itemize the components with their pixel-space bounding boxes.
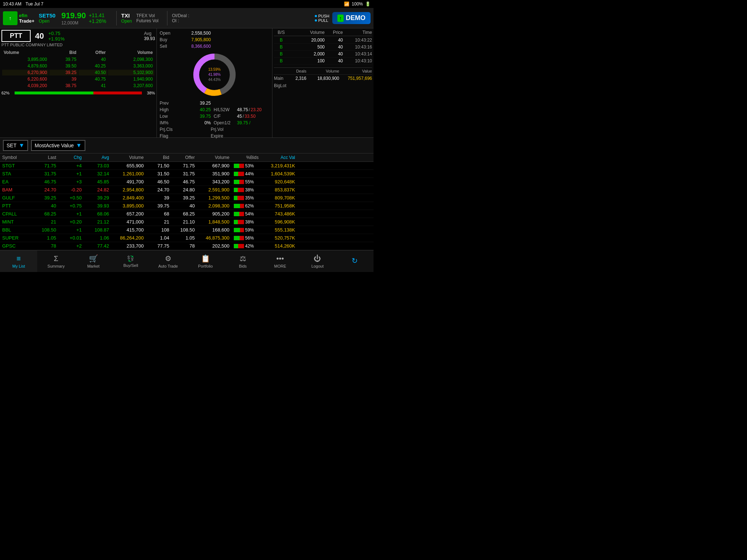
push-dot: [315, 15, 317, 17]
oi-block: OI/Deal : OI :: [172, 13, 189, 23]
donut-chart-area: 13.59% 41.98% 44.43%: [160, 51, 269, 98]
stock-price: 40: [35, 31, 44, 41]
pct-bid-value: 42%: [245, 244, 254, 249]
table-row[interactable]: SUPER 1.05 +0.01 1.06 86,264,200 1.04 1.…: [0, 234, 374, 242]
stock-symbol-box[interactable]: PTT: [1, 30, 31, 42]
table-row[interactable]: MINT 21 +0.20 21.12 471,000 21 21.10 1,8…: [0, 218, 374, 226]
donut-chart: 13.59% 41.98% 44.43%: [191, 51, 238, 98]
more-icon: •••: [276, 254, 284, 263]
vol-header-right: Volume: [108, 49, 154, 56]
trade-bs: B: [274, 51, 289, 57]
pct-green-bar: [234, 236, 240, 240]
volume-header: Volume: [289, 30, 325, 35]
hl-label: H/L52W: [214, 107, 236, 112]
header-divider-2: [167, 11, 167, 26]
avg-label: Avg: [144, 31, 151, 36]
bid-vol-left: 4,879,600: [2, 63, 49, 69]
table-row[interactable]: STA 31.75 +1 32.14 1,261,000 31.50 31.75…: [0, 170, 374, 178]
nav-market[interactable]: 🛒 Market: [75, 250, 112, 272]
row-pctbid: 55%: [232, 179, 261, 184]
trade-volume: 2,000: [289, 51, 325, 57]
offer-price: 40.75: [78, 76, 107, 82]
pct-green-bar: [234, 196, 237, 200]
pct-mini-bar: [234, 188, 244, 192]
txi-status: Open: [121, 19, 132, 24]
filter-dropdown[interactable]: MostActive Value ▼: [31, 140, 85, 151]
sell-label: Sell: [160, 44, 182, 49]
nav-bids[interactable]: ⚖ Bids: [224, 250, 261, 272]
table-row[interactable]: BAM 24.70 -0.20 24.82 2,954,800 24.70 24…: [0, 186, 374, 194]
pct-mini-bar: [234, 204, 244, 208]
nav-buysell[interactable]: 💱 Buy/Sell: [112, 250, 149, 272]
header-divider-1: [116, 11, 117, 26]
row-accval: 853,837K: [261, 187, 297, 192]
table-row[interactable]: CPALL 68.25 +1 68.06 657,200 68 68.25 90…: [0, 210, 374, 218]
trade-time: 10:43:16: [343, 44, 372, 50]
bid-price: 38.75: [49, 83, 78, 89]
nav-mylist[interactable]: ≡ My List: [0, 250, 37, 272]
table-row[interactable]: BBL 108.50 +1 108.87 415,700 108 108.50 …: [0, 226, 374, 234]
th-pctbid: %Bids: [232, 155, 261, 160]
avg-label-area: Avg 39.93: [144, 31, 155, 41]
table-row[interactable]: PTT 40 +0.75 39.93 3,895,000 39.75 40 2,…: [0, 202, 374, 210]
row-symbol: GULF: [0, 195, 29, 201]
pct-mini-bar: [234, 172, 244, 176]
pct-red-bar: [239, 164, 244, 168]
set-change-pct: +1.26%: [89, 18, 106, 24]
nav-refresh[interactable]: ↻: [336, 250, 374, 272]
demo-button[interactable]: ↑ DEMO: [332, 12, 371, 24]
ohlc-panel: Open 2,558,500 Buy 7,905,800 Sell 8,366,…: [157, 28, 272, 137]
biglot-deals: [286, 83, 306, 88]
top-panel: PTT 40 +0.75 +1.91% Avg 39.93 PTT PUBLIC…: [0, 28, 374, 138]
biglot-label: BigLot: [274, 83, 286, 88]
row-bid: 1.04: [146, 235, 171, 241]
pct-mini-bar: [234, 220, 244, 224]
row-last: 71.75: [29, 163, 58, 168]
row-bid: 46.50: [146, 179, 171, 184]
row-accval: 596,908K: [261, 219, 297, 225]
row-last: 21: [29, 219, 58, 225]
refresh-icon: ↻: [352, 256, 358, 265]
trade-rows: B 20,000 40 10:43:22 B 500 40 10:43:16 B…: [274, 37, 372, 65]
row-accval: 743,486K: [261, 211, 297, 217]
nav-more[interactable]: ••• MORE: [262, 250, 299, 272]
row-avg: 77.42: [84, 243, 111, 249]
battery-icon: 🔋: [365, 1, 371, 7]
futures-vol-label: Futures Vol: [136, 18, 159, 23]
table-row[interactable]: GPSC 78 +2 77.42 233,700 77.75 78 202,50…: [0, 242, 374, 250]
row-volume: 655,900: [111, 163, 146, 168]
nav-logout[interactable]: ⏻ Logout: [299, 250, 336, 272]
bid-offer-bar: [15, 92, 142, 94]
row-bvol: 168,600: [197, 227, 232, 233]
bid-price: 39: [49, 76, 78, 82]
pct-offer-label: 38%: [144, 91, 155, 95]
table-row[interactable]: EA 46.75 +3 45.85 491,700 46.50 46.75 34…: [0, 178, 374, 186]
pct-red-bar: [240, 228, 244, 232]
exchange-dropdown[interactable]: SET ▼: [3, 140, 28, 151]
stock-change: +0.75: [48, 31, 64, 36]
bid-vol-left: 6,220,600: [2, 76, 49, 82]
prj-cls-label: Prj.Cls: [160, 127, 182, 132]
status-time: 10:43 AM: [3, 1, 22, 7]
row-chg: +1: [58, 171, 84, 176]
nav-portfolio[interactable]: 📋 Portfolio: [187, 250, 224, 272]
row-last: 108.50: [29, 227, 58, 233]
table-row[interactable]: GULF 39.25 +0.50 39.29 2,849,400 39 39.2…: [0, 194, 374, 202]
row-offer: 1.05: [171, 235, 197, 241]
row-chg: +0.01: [58, 235, 84, 241]
push-pull-block: PUSH PULL: [315, 14, 329, 23]
row-accval: 1,604,539K: [261, 171, 297, 176]
stock-symbol: PTT: [10, 32, 22, 39]
pull-label: PULL: [318, 18, 328, 23]
pct-green-bar: [234, 188, 238, 192]
logout-label: Logout: [311, 264, 324, 268]
row-bvol: 351,900: [197, 171, 232, 176]
table-row[interactable]: STGT 71.75 +4 73.03 655,900 71.50 71.75 …: [0, 162, 374, 170]
nav-summary[interactable]: Σ Summary: [37, 250, 74, 272]
pct-mini-bar: [234, 244, 244, 248]
table-header-row: Symbol Last Chg Avg Volume Bid Offer Vol…: [0, 153, 374, 162]
set-info-block: SET50 Open: [39, 12, 55, 24]
nav-autotrade[interactable]: ⚙ Auto Trade: [150, 250, 187, 272]
pct-bid-value: 38%: [245, 219, 254, 225]
logo-icon: ↑: [3, 11, 18, 25]
